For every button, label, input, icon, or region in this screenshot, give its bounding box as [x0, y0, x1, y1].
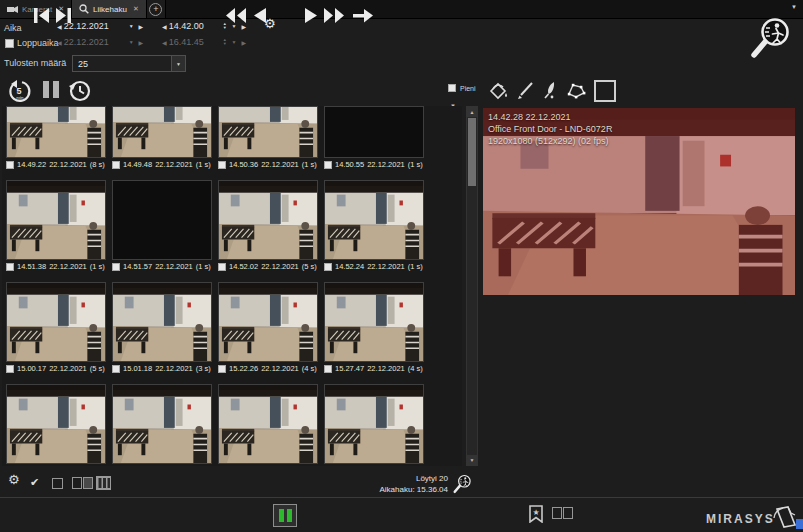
date-next-icon[interactable]: ▶ [137, 23, 146, 30]
logo-accent-chip [796, 519, 803, 529]
step-forward-button[interactable] [55, 6, 72, 25]
result-thumbnail[interactable]: 14.49.48 22.12.2021 (1 s) [112, 106, 212, 171]
thumbnail-image[interactable] [112, 106, 212, 158]
tab-liikehaku[interactable]: Liikehaku ✕ [72, 0, 147, 18]
thumbnail-image[interactable] [218, 282, 318, 362]
paint-bucket-icon [486, 80, 510, 102]
result-thumbnail[interactable]: 14.50.55 22.12.2021 (1 s) [324, 106, 424, 171]
result-thumbnail[interactable]: 14.51.38 22.12.2021 (1 s) [6, 180, 106, 273]
result-thumbnail[interactable]: 14.51.57 22.12.2021 (1 s) [112, 180, 212, 273]
thumbnail-image[interactable] [218, 180, 318, 260]
fast-forward-button[interactable] [323, 6, 345, 25]
thumbnail-checkbox[interactable] [112, 161, 120, 169]
window-menu-chevron-icon[interactable]: ▼ [791, 4, 797, 10]
loppuaika-checkbox[interactable] [5, 39, 14, 48]
thumbnail-checkbox[interactable] [218, 161, 226, 169]
thumbnail-checkbox[interactable] [6, 263, 14, 271]
result-thumbnail[interactable] [218, 384, 318, 466]
thumbnail-image[interactable] [112, 384, 212, 464]
osd-camera-name: Office Front Door - LND-6072R [488, 123, 612, 135]
end-date-field[interactable]: ◀ 22.12.2021 ▼ ▶ [55, 37, 155, 47]
thumbnail-checkbox[interactable] [6, 365, 14, 373]
thumbnail-checkbox[interactable] [6, 161, 14, 169]
result-thumbnail[interactable]: 14.52.02 22.12.2021 (5 s) [218, 180, 318, 273]
rectangle-tool-button[interactable] [594, 80, 616, 102]
result-thumbnail[interactable]: 15.27.47 22.12.2021 (4 s) [324, 282, 424, 375]
result-thumbnail[interactable] [6, 384, 106, 466]
pause-button[interactable] [273, 504, 297, 527]
result-thumbnail[interactable]: 15.01.18 22.12.2021 (3 s) [112, 282, 212, 375]
rewind-5min-button[interactable]: 5 min [8, 79, 32, 103]
thumbnail-image[interactable] [6, 384, 106, 464]
erase-tool-button[interactable] [540, 80, 560, 102]
thumbnail-image[interactable] [6, 282, 106, 362]
fill-tool-button[interactable] [486, 80, 510, 102]
start-time-field[interactable]: ◀ 14.42.00 ▲▼ ▼ ▶ [160, 21, 268, 31]
thumbnail-image[interactable] [6, 180, 106, 260]
fast-rewind-button[interactable] [225, 6, 247, 25]
thumbnail-image[interactable] [218, 106, 318, 158]
result-thumbnail[interactable]: 14.50.36 22.12.2021 (1 s) [218, 106, 318, 171]
search-again-button[interactable] [452, 473, 474, 495]
play-button[interactable] [304, 6, 318, 25]
bookmark-icon[interactable]: ★ [528, 505, 544, 523]
result-thumbnail[interactable] [324, 384, 424, 466]
polygon-tool-button[interactable] [565, 80, 589, 102]
thumbnail-checkbox[interactable] [112, 365, 120, 373]
thumbnail-image[interactable] [112, 180, 212, 260]
start-time-value[interactable]: 14.42.00 [169, 21, 221, 31]
scroll-down-icon[interactable]: ▼ [467, 455, 477, 465]
thumbnail-checkbox[interactable] [324, 365, 332, 373]
result-thumbnail[interactable]: 15.00.17 22.12.2021 (5 s) [6, 282, 106, 375]
play-backward-button[interactable] [253, 6, 267, 25]
step-backward-button[interactable] [33, 6, 50, 25]
pieni-checkbox[interactable] [448, 84, 456, 92]
scroll-up-icon[interactable]: ▲ [467, 107, 477, 117]
thumbnail-checkbox[interactable] [324, 161, 332, 169]
thumbnail-image[interactable] [324, 384, 424, 464]
add-tab-button[interactable]: + [147, 0, 166, 18]
thumbnail-time: 14.49.48 [123, 160, 152, 169]
time-prev-icon[interactable]: ◀ [160, 23, 169, 30]
thumbnail-image[interactable] [112, 282, 212, 362]
thumbnail-checkbox[interactable] [218, 263, 226, 271]
result-thumbnail[interactable] [112, 384, 212, 466]
date-dropdown-icon[interactable]: ▼ [129, 23, 134, 29]
jump-forward-button[interactable] [352, 6, 374, 25]
thumbnail-image[interactable] [218, 384, 318, 464]
start-date-value[interactable]: 22.12.2021 [64, 21, 126, 31]
thumbnail-date: 22.12.2021 [261, 160, 299, 169]
thumbnail-duration: (5 s) [90, 364, 105, 373]
select-all-check-icon[interactable]: ✔ [30, 476, 39, 489]
split-view-icon[interactable] [72, 477, 93, 489]
thumbnail-image[interactable] [6, 106, 106, 158]
select-dropdown-button[interactable]: ▼ [171, 56, 185, 71]
end-time-field[interactable]: ◀ 16.41.45 ▲▼ ▼ ▶ [160, 37, 268, 47]
thumbnail-image[interactable] [324, 282, 424, 362]
grid-settings-gear-icon[interactable]: ⚙ [8, 474, 20, 486]
result-count-select[interactable]: 25 ▼ [72, 55, 186, 72]
pieni-option[interactable]: Pieni [448, 84, 476, 92]
result-thumbnail[interactable]: 15.22.26 22.12.2021 (4 s) [218, 282, 318, 375]
results-scrollbar[interactable]: ▲ ▼ [466, 106, 478, 466]
thumbnail-checkbox[interactable] [324, 263, 332, 271]
thumbnail-checkbox[interactable] [112, 263, 120, 271]
motion-search-button[interactable] [748, 14, 796, 62]
frames-view-icon[interactable] [552, 507, 573, 519]
thumbnail-image[interactable] [324, 180, 424, 260]
thumbnail-image[interactable] [324, 106, 424, 158]
video-preview[interactable]: 14.42.28 22.12.2021 Office Front Door - … [483, 108, 795, 295]
single-view-icon[interactable] [52, 478, 63, 489]
filmstrip-icon[interactable] [96, 476, 111, 490]
pause-search-button[interactable] [41, 81, 61, 100]
result-thumbnail[interactable]: 14.49.22 22.12.2021 (8 s) [6, 106, 106, 171]
thumbnail-date: 22.12.2021 [49, 262, 87, 271]
time-refresh-button[interactable] [68, 79, 92, 103]
pause-bar [53, 81, 59, 98]
thumbnail-checkbox[interactable] [218, 365, 226, 373]
scrollbar-thumb[interactable] [468, 118, 476, 186]
pen-tool-button[interactable] [515, 80, 535, 102]
thumbnail-date: 22.12.2021 [49, 364, 87, 373]
tab-close-icon[interactable]: ✕ [133, 5, 139, 13]
result-thumbnail[interactable]: 14.52.24 22.12.2021 (1 s) [324, 180, 424, 273]
